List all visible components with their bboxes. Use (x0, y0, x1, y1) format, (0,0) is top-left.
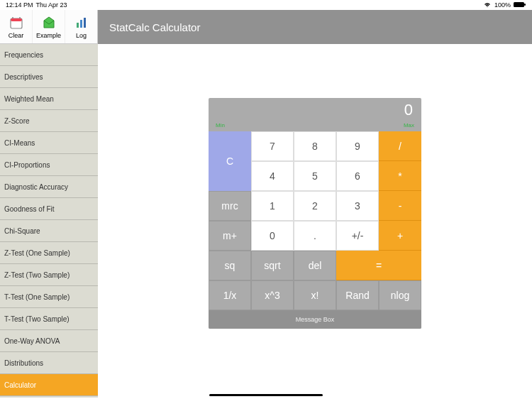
home-indicator (209, 394, 323, 396)
sidebar-item-ci-proportions[interactable]: CI-Proportions (0, 154, 98, 176)
calc-2-button[interactable]: 2 (294, 191, 336, 221)
calc-3-button[interactable]: 3 (336, 191, 379, 221)
sidebar-item-distributions[interactable]: Distributions (0, 352, 98, 374)
sidebar-item-ci-means[interactable]: CI-Means (0, 132, 98, 154)
calc-equals-button[interactable]: = (336, 251, 421, 280)
calc-8-button[interactable]: 8 (294, 131, 336, 161)
sidebar-item-z-score[interactable]: Z-Score (0, 110, 98, 132)
sidebar-item-calculator[interactable]: Calculator (0, 374, 98, 396)
sidebar-item-t-test-one-sample-[interactable]: T-Test (One Sample) (0, 286, 98, 308)
example-button[interactable]: Example (33, 10, 65, 43)
status-time: 12:14 PM (6, 1, 33, 9)
svg-rect-0 (514, 2, 524, 7)
clear-label: Clear (9, 32, 24, 39)
calc-5-button[interactable]: 5 (294, 161, 336, 191)
calc-sqrt-button[interactable]: sqrt (251, 251, 294, 280)
sidebar-item-diagnostic-accuracy[interactable]: Diagnostic Accuracy (0, 176, 98, 198)
calc-add-button[interactable]: + (379, 221, 421, 251)
calc-7-button[interactable]: 7 (251, 131, 294, 161)
calc-range-labels: Min Max (209, 122, 421, 131)
toolbar: Clear Example Log (0, 10, 98, 44)
sidebar-item-goodness-of-fit[interactable]: Goodness of Fit (0, 198, 98, 220)
page-title: StatCalc Calculator (109, 21, 200, 33)
calc-sq-button[interactable]: sq (209, 251, 251, 280)
calc-6-button[interactable]: 6 (336, 161, 379, 191)
calc-del-button[interactable]: del (294, 251, 336, 280)
clear-icon (9, 15, 24, 31)
calc-nlog-button[interactable]: nlog (379, 280, 421, 310)
battery-icon (514, 1, 526, 9)
calc-9-button[interactable]: 9 (336, 131, 379, 161)
calc-1-button[interactable]: 1 (251, 191, 294, 221)
calc-min-label: Min (216, 122, 225, 129)
calc-dot-button[interactable]: . (294, 221, 336, 251)
sidebar-item-descriptives[interactable]: Descriptives (0, 66, 98, 88)
log-button[interactable]: Log (65, 10, 97, 43)
calc-clear-button[interactable]: C (209, 131, 251, 191)
calc-factorial-button[interactable]: x! (294, 280, 336, 310)
sidebar-item-chi-square[interactable]: Chi-Square (0, 220, 98, 242)
log-label: Log (76, 32, 87, 39)
main-area: 0 Min Max C 7 8 9 / 4 5 6 * mrc 1 2 3 - … (98, 44, 532, 399)
sidebar[interactable]: FrequenciesDescriptivesWeighted MeanZ-Sc… (0, 44, 98, 398)
battery-pct: 100% (494, 1, 511, 9)
calc-keypad: C 7 8 9 / 4 5 6 * mrc 1 2 3 - m+ 0 . +/-… (209, 131, 421, 310)
sidebar-item-weighted-mean[interactable]: Weighted Mean (0, 88, 98, 110)
sidebar-item-t-test-two-sample-[interactable]: T-Test (Two Sample) (0, 308, 98, 330)
calc-display: 0 (209, 98, 421, 122)
log-icon (74, 15, 89, 31)
svg-rect-3 (11, 18, 22, 21)
status-bar: 12:14 PM Thu Apr 23 100% (0, 0, 532, 10)
example-label: Example (36, 32, 61, 39)
sidebar-item-z-test-one-sample-[interactable]: Z-Test (One Sample) (0, 242, 98, 264)
calc-message-box: Message Box (209, 310, 421, 329)
calc-4-button[interactable]: 4 (251, 161, 294, 191)
wifi-icon (483, 1, 492, 9)
svg-rect-1 (524, 4, 526, 6)
sidebar-item-frequencies[interactable]: Frequencies (0, 44, 98, 66)
calc-mplus-button[interactable]: m+ (209, 221, 251, 251)
svg-rect-6 (77, 23, 79, 28)
sidebar-item-one-way-anova[interactable]: One-Way ANOVA (0, 330, 98, 352)
calculator: 0 Min Max C 7 8 9 / 4 5 6 * mrc 1 2 3 - … (209, 98, 421, 329)
calc-rand-button[interactable]: Rand (336, 280, 379, 310)
calc-plusminus-button[interactable]: +/- (336, 221, 379, 251)
calc-subtract-button[interactable]: - (379, 191, 421, 221)
calc-cube-button[interactable]: x^3 (251, 280, 294, 310)
svg-rect-7 (80, 20, 82, 28)
svg-point-4 (12, 17, 13, 18)
calc-mrc-button[interactable]: mrc (209, 191, 251, 221)
svg-point-5 (19, 17, 21, 18)
calc-0-button[interactable]: 0 (251, 221, 294, 251)
clear-button[interactable]: Clear (0, 10, 33, 43)
header: StatCalc Calculator (98, 10, 532, 44)
status-date: Thu Apr 23 (36, 1, 67, 9)
svg-rect-8 (84, 18, 86, 28)
calc-inverse-button[interactable]: 1/x (209, 280, 251, 310)
calc-divide-button[interactable]: / (379, 131, 421, 161)
sidebar-item-z-test-two-sample-[interactable]: Z-Test (Two Sample) (0, 264, 98, 286)
example-icon (41, 15, 57, 31)
calc-multiply-button[interactable]: * (379, 161, 421, 191)
calc-max-label: Max (404, 122, 414, 129)
